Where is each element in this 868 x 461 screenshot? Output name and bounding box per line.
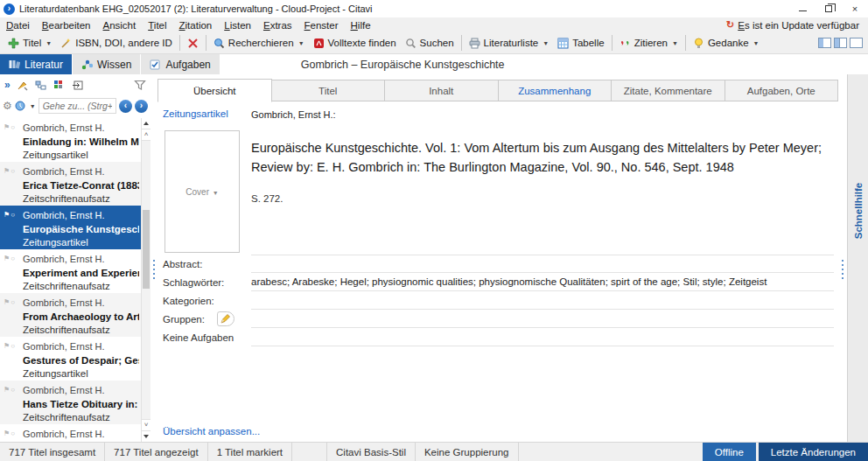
grid-view-icon[interactable] bbox=[53, 80, 66, 91]
offline-button[interactable]: Offline bbox=[703, 443, 756, 461]
groups-value[interactable] bbox=[251, 310, 834, 328]
tab-uebersicht[interactable]: Übersicht bbox=[158, 79, 272, 102]
tab-wissen[interactable]: Wissen bbox=[73, 54, 140, 74]
divider bbox=[685, 35, 686, 51]
chevron-down-icon: ▼ bbox=[542, 40, 549, 46]
reference-title: Europäische Kunstgeschichte. Vol. 1: Vom… bbox=[251, 138, 829, 177]
menu-titel[interactable]: Titel bbox=[142, 19, 172, 31]
volltexte-button[interactable]: Volltexte finden bbox=[309, 36, 401, 51]
restore-button[interactable] bbox=[816, 0, 842, 17]
menu-datei[interactable]: Datei bbox=[0, 19, 36, 31]
filter-icon[interactable] bbox=[134, 80, 146, 91]
gear-icon[interactable]: ⚙ bbox=[3, 100, 12, 112]
list-item[interactable]: ⚑○ Gombrich, Ernst H. Hans Tietze Obitua… bbox=[0, 381, 141, 424]
cover-dropdown[interactable]: Cover ▼ bbox=[186, 187, 218, 197]
tab-literatur[interactable]: Literatur bbox=[0, 54, 72, 74]
status-citation-style[interactable]: Citavi Basis-Stil bbox=[327, 443, 416, 461]
menu-fenster[interactable]: Fenster bbox=[298, 19, 345, 31]
back-button[interactable]: ‹ bbox=[119, 100, 132, 113]
online-search-icon bbox=[214, 38, 225, 49]
scrollbar-thumb[interactable] bbox=[143, 210, 150, 289]
menu-bearbeiten[interactable]: Bearbeiten bbox=[36, 19, 97, 31]
list-item-selected[interactable]: ⚑○ Gombrich, Ernst H. Europäische Kunstg… bbox=[0, 206, 141, 249]
isbn-doi-button[interactable]: ISBN, DOI, andere ID bbox=[56, 36, 177, 51]
zitieren-button[interactable]: Zitieren▼ bbox=[615, 36, 682, 51]
tab-aufgaben-orte[interactable]: Aufgaben, Orte bbox=[725, 80, 839, 101]
expand-panel-icon[interactable]: » bbox=[4, 79, 10, 91]
literaturliste-button[interactable]: Literaturliste▼ bbox=[465, 36, 554, 51]
tab-inhalt[interactable]: Inhalt bbox=[385, 80, 499, 101]
edit-groups-button[interactable] bbox=[217, 311, 234, 326]
triangle-up-icon bbox=[144, 122, 149, 125]
minimize-button[interactable] bbox=[789, 0, 816, 17]
tab-zitate-kommentare[interactable]: Zitate, Kommentare bbox=[612, 80, 725, 101]
customize-overview-link[interactable]: Übersicht anpassen... bbox=[163, 426, 260, 437]
list-item[interactable]: ⚑○ Gombrich, Ernst H. Gestures of Despai… bbox=[0, 337, 141, 381]
list-item[interactable]: ⚑○ Gombrich, Ernst H. Erica Tietze-Conra… bbox=[0, 162, 141, 206]
close-button[interactable]: × bbox=[842, 0, 868, 17]
list-scrollbar[interactable]: ˄ ˅ bbox=[141, 118, 150, 442]
field-abstract: Abstract: bbox=[163, 255, 834, 273]
hierarchy-icon[interactable] bbox=[35, 80, 47, 91]
import-icon[interactable] bbox=[72, 80, 84, 91]
pencil-icon bbox=[220, 314, 230, 324]
tasks-value[interactable] bbox=[251, 328, 834, 346]
keywords-value[interactable]: arabesc; Arabeske; Hegel; physiognomic q… bbox=[251, 273, 834, 291]
layout-split-pane-icon[interactable] bbox=[834, 38, 847, 48]
layout-left-pane-icon[interactable] bbox=[818, 38, 831, 48]
chevron-down-icon: ▼ bbox=[298, 40, 304, 46]
tab-titel[interactable]: Titel bbox=[272, 80, 386, 101]
list-item[interactable]: ⚑○ Gombrich, Ernst H. Einladung in: Wilh… bbox=[0, 118, 141, 162]
forward-button[interactable]: › bbox=[135, 100, 148, 113]
table-icon bbox=[557, 38, 569, 49]
abstract-value[interactable] bbox=[251, 255, 834, 273]
recherchieren-button[interactable]: Recherchieren▼ bbox=[209, 36, 309, 51]
flag-circle-icons: ⚑○ bbox=[4, 342, 16, 350]
list-item[interactable]: ⚑○ Gombrich, Ernst H. Experiment and Exp… bbox=[0, 249, 141, 293]
author-line: Gombrich, Ernst H.: bbox=[251, 109, 336, 120]
reference-pages: S. 272. bbox=[251, 193, 283, 204]
sidebar-search-row: ⚙ ▼ ‹ › bbox=[0, 95, 150, 116]
menu-listen[interactable]: Listen bbox=[218, 19, 257, 31]
list-item[interactable]: ⚑○ Gombrich, Ernst H. bbox=[0, 424, 141, 442]
categories-value[interactable] bbox=[251, 291, 834, 310]
record-header: Gombrich – Europäische Kunstgeschichte bbox=[301, 54, 505, 74]
last-changes-button[interactable]: Letzte Änderungen bbox=[759, 443, 868, 461]
minimize-icon bbox=[799, 10, 807, 11]
list-item[interactable]: ⚑○ Gombrich, Ernst H. From Archaeology t… bbox=[0, 293, 141, 337]
quick-help-tab[interactable]: Schnellhilfe bbox=[853, 183, 864, 240]
suchen-button[interactable]: Suchen bbox=[401, 36, 458, 51]
gedanke-button[interactable]: Gedanke▼ bbox=[689, 36, 764, 51]
menu-ansicht[interactable]: Ansicht bbox=[97, 19, 143, 31]
menu-zitation[interactable]: Zitation bbox=[173, 19, 219, 31]
status-shown: 717 Titel angezeigt bbox=[105, 443, 208, 461]
cover-placeholder[interactable]: Cover ▼ bbox=[164, 130, 240, 253]
scroll-up-button[interactable]: ˄ bbox=[142, 129, 150, 141]
add-title-button[interactable]: Titel▼ bbox=[4, 36, 56, 51]
history-icon[interactable] bbox=[15, 101, 26, 112]
detail-pane: Übersicht Titel Inhalt Zusammenhang Zita… bbox=[158, 74, 838, 442]
reference-type-link[interactable]: Zeitungsartikel bbox=[163, 108, 228, 119]
menu-hilfe[interactable]: Hilfe bbox=[345, 19, 377, 31]
layout-full-pane-icon[interactable] bbox=[850, 38, 863, 48]
scroll-to-top-button[interactable] bbox=[142, 118, 150, 129]
update-notice[interactable]: ↻ Es ist ein Update verfügbar bbox=[726, 19, 868, 31]
tab-aufgaben[interactable]: Aufgaben bbox=[141, 54, 219, 74]
flag-circle-icons: ⚑○ bbox=[4, 430, 16, 437]
menu-extras[interactable]: Extras bbox=[257, 19, 298, 31]
tabelle-button[interactable]: Tabelle bbox=[553, 36, 608, 51]
status-grouping[interactable]: Keine Gruppierung bbox=[416, 443, 519, 461]
right-splitter[interactable] bbox=[838, 74, 847, 442]
reference-list-pane: » ⚙ ▼ ‹ › ⚑○ Gombrich, Ernst H. Einladun… bbox=[0, 74, 150, 442]
chevron-down-icon: ▼ bbox=[753, 40, 760, 46]
chevron-down-icon[interactable]: ▼ bbox=[30, 103, 36, 109]
sort-icon[interactable] bbox=[17, 80, 29, 91]
citavi-logo-icon: › bbox=[4, 3, 15, 15]
tab-zusammenhang[interactable]: Zusammenhang bbox=[499, 80, 612, 101]
quote-icon bbox=[620, 38, 631, 49]
left-splitter[interactable] bbox=[150, 74, 158, 442]
delete-title-button[interactable] bbox=[183, 36, 203, 51]
scroll-to-bottom-button[interactable] bbox=[142, 430, 150, 442]
scroll-down-button[interactable]: ˅ bbox=[142, 419, 150, 430]
goto-input[interactable] bbox=[38, 98, 116, 114]
